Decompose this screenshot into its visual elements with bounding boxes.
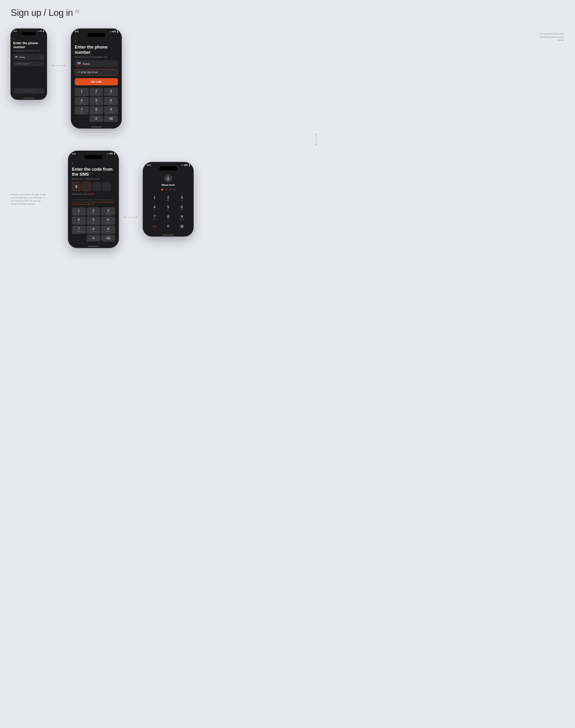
numpad-key-4[interactable]: 4GHI <box>75 97 89 105</box>
pin-dot-3 <box>169 188 171 190</box>
back-button-2[interactable]: ‹ <box>75 39 118 43</box>
battery-icon-2: ▐ <box>116 31 118 33</box>
arrow-v-line <box>316 135 316 144</box>
signal-icon-4: ▪▪▪ <box>181 164 183 166</box>
arrow-1-to-2 <box>47 65 71 67</box>
code-input-boxes: 3 <box>72 182 115 191</box>
status-time-3: 9:41 <box>72 153 76 155</box>
phone-input-1[interactable]: +7 Phone number <box>13 62 44 66</box>
resend-timer: 00:56 <box>90 193 95 195</box>
pin-key-8[interactable]: 8TUV <box>162 213 174 221</box>
numpad-key-5[interactable]: 5JKL <box>90 97 103 105</box>
chevron-icon-2: ▾ <box>115 63 115 65</box>
phone-input-2[interactable]: +7 (978) 330-10-44 <box>75 69 118 76</box>
iphone-screen3: 9:41 ▪▪▪ WiFi ▐ ‹ Enter the code from th… <box>68 151 119 248</box>
screen4-content: Mihail Savin 1 2ABC 3DEF 4GHI 5JKL 6MNO <box>143 170 193 233</box>
arrow-vertical <box>315 134 317 145</box>
screen1-subtitle: We will send you a confirmation code <box>13 50 44 52</box>
pin-dot-4 <box>173 188 175 190</box>
screen3-subtitle: We sent it to +7 968-330-10-44 <box>72 178 115 180</box>
numpad-key-3[interactable]: 3DEF <box>104 88 118 96</box>
resend-text: Resend the code in 00:56 <box>72 193 115 195</box>
pin-key-6[interactable]: 6MNO <box>176 204 188 212</box>
numpad-key-7[interactable]: 7PQRS <box>75 106 89 114</box>
status-time-2: 9:41 <box>75 31 79 33</box>
country-selector-1[interactable]: 🇷🇺 Russia ▾ <box>13 54 44 60</box>
numpad-key-0[interactable]: 0 <box>90 115 103 122</box>
pin-key-1[interactable]: 1 <box>148 194 161 202</box>
pin-key-0[interactable]: 0 <box>162 223 174 230</box>
status-time-4: 9:41 <box>147 164 150 166</box>
pin-key-5[interactable]: 5JKL <box>162 204 174 212</box>
numpad-key-8[interactable]: 8TUV <box>90 106 103 114</box>
home-bar-3 <box>88 246 99 247</box>
top-row: 9:41 ▪▪▪ WiFi ▐ ‹ Enter the phone number… <box>11 29 564 128</box>
screen4-pin: 9:41 ▪▪▪ WiFi ▐ Mihail Savin <box>143 162 193 236</box>
numpad-key-1[interactable]: 1 <box>75 88 89 96</box>
numpad3-key-7[interactable]: 7PQRS <box>72 226 86 234</box>
arrow-line-body <box>54 65 64 66</box>
screen3-title: Enter the code from the SMS <box>72 167 115 177</box>
arrow-dot-start <box>52 65 54 66</box>
pin-key-2[interactable]: 2ABC <box>162 194 174 202</box>
numpad3-key-1[interactable]: 1 <box>72 207 86 216</box>
code-box-3[interactable] <box>92 182 101 191</box>
arrow-head <box>64 65 66 67</box>
numpad-key-6[interactable]: 6MNO <box>104 97 118 105</box>
numpad3-key-6[interactable]: 6MNO <box>101 216 115 225</box>
arrow-3-to-4 <box>119 216 143 218</box>
numpad3-key-4[interactable]: 4GHI <box>72 216 86 225</box>
arrow-v-head <box>315 144 317 145</box>
numpad3-key-delete[interactable]: ⌫ <box>101 235 115 241</box>
get-code-button-1[interactable]: Get code <box>13 88 44 94</box>
numpad3-key-2[interactable]: 2ABC <box>87 207 100 216</box>
pin-key-4[interactable]: 4GHI <box>148 204 161 212</box>
page-title: Sign up / Log in [5] <box>11 7 564 18</box>
back-button-1[interactable]: ‹ <box>13 37 44 40</box>
numpad-key-delete[interactable]: ⌫ <box>104 115 118 122</box>
back-button-3[interactable]: ‹ <box>72 161 115 165</box>
arrow2-head <box>136 216 138 218</box>
battery-icon-3: ▐ <box>114 153 115 155</box>
signal-icon: ▪▪▪ <box>37 30 39 32</box>
country-flag-1: 🇷🇺 <box>15 56 18 58</box>
iphone-screen2: 9:41 ▪▪▪ WiFi ▐ ‹ Enter the phone number… <box>71 29 122 128</box>
pin-key-7[interactable]: 7PQRS <box>148 213 161 221</box>
code-box-1[interactable]: 3 <box>72 182 80 191</box>
numpad3-key-0[interactable]: 0 <box>87 235 100 241</box>
code-box-2[interactable] <box>82 182 91 191</box>
pin-delete-button[interactable] <box>176 223 188 230</box>
pin-exit-button[interactable]: Exit <box>148 223 161 230</box>
pin-key-3[interactable]: 3DEF <box>176 194 188 202</box>
numpad3-key-8[interactable]: 8TUV <box>87 226 100 234</box>
screen2-content: ‹ Enter the phone number We will send yo… <box>71 37 122 125</box>
numpad-3: 1 2ABC 3DEF 4GHI 5JKL 6MNO 7PQRS 8TUV 9W… <box>72 207 115 241</box>
home-bar-2 <box>91 127 102 127</box>
country-selector-2[interactable]: 🇷🇺 Russia ▾ <box>75 60 118 67</box>
numpad-key-2[interactable]: 2ABC <box>90 88 103 96</box>
home-bar-1 <box>23 98 34 99</box>
numpad3-key-3[interactable]: 3DEF <box>101 207 115 216</box>
get-code-button-2[interactable]: Get code <box>75 78 118 85</box>
notch-1 <box>22 32 36 35</box>
annotation-top-right: User registration takes place only with … <box>536 29 564 42</box>
signal-icon-2: ▪▪▪ <box>109 31 111 33</box>
status-icons-2: ▪▪▪ WiFi ▐ <box>109 31 118 33</box>
country-flag-2: 🇷🇺 <box>77 62 81 65</box>
iphone-screen1: 9:41 ▪▪▪ WiFi ▐ ‹ Enter the phone number… <box>11 29 47 100</box>
user-name: Mihail Savin <box>147 184 190 186</box>
pin-key-9[interactable]: 9WXYZ <box>176 213 188 221</box>
arrow-v-dot <box>315 134 317 135</box>
screen3-content: ‹ Enter the code from the SMS We sent it… <box>68 159 119 245</box>
screen1-phone: 9:41 ▪▪▪ WiFi ▐ ‹ Enter the phone number… <box>11 29 47 100</box>
country-name-2: Russia <box>82 63 90 65</box>
wifi-icon-2: WiFi <box>112 31 116 33</box>
code-box-4[interactable] <box>102 182 111 191</box>
iphone-screen4: 9:41 ▪▪▪ WiFi ▐ Mihail Savin <box>143 162 193 236</box>
arrow2-line-body <box>126 217 136 217</box>
numpad3-key-9[interactable]: 9WXYZ <box>101 226 115 234</box>
numpad-key-9[interactable]: 9WXYZ <box>104 106 118 114</box>
numpad3-key-5[interactable]: 5JKL <box>87 216 100 225</box>
wifi-icon-4: WiFi <box>184 164 188 166</box>
notch-3 <box>84 155 102 159</box>
